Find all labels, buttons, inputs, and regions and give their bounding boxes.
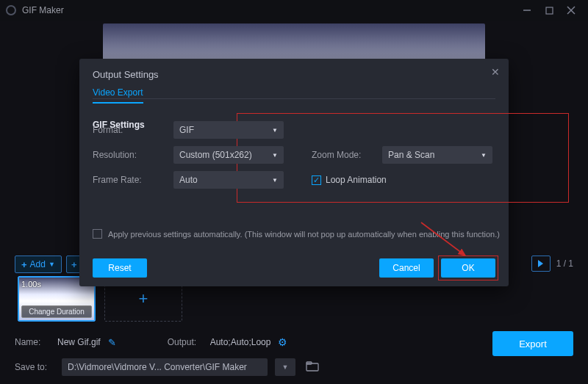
ok-button[interactable]: OK (441, 258, 495, 278)
checkbox-icon: ✓ (312, 175, 321, 185)
chevron-down-icon: ▼ (481, 152, 487, 159)
edit-name-button[interactable]: ✎ (108, 337, 116, 348)
change-duration-button[interactable]: Change Duration (21, 305, 92, 318)
dialog-close-button[interactable]: ✕ (491, 66, 500, 78)
name-value: New Gif.gif (57, 337, 101, 347)
framerate-label: Frame Rate: (93, 175, 163, 185)
save-path-input[interactable] (62, 358, 268, 376)
save-row: Save to: ▼ (15, 358, 573, 376)
name-row: Name: New Gif.gif ✎ Output: Auto;Auto;Lo… (15, 336, 573, 348)
loop-animation-checkbox[interactable]: ✓ Loop Animation (312, 175, 387, 185)
zoom-value: Pan & Scan (388, 150, 434, 160)
modal-layer: Output Settings ✕ Video Export GIF Setti… (0, 59, 588, 286)
open-folder-button[interactable] (306, 361, 319, 374)
checkbox-empty-icon (93, 229, 102, 239)
dialog-buttons: Reset Cancel OK (93, 258, 495, 278)
ok-label: OK (462, 263, 474, 273)
tab-video-export[interactable]: Video Export (93, 87, 143, 104)
export-button[interactable]: Export (492, 331, 573, 356)
svg-rect-1 (546, 7, 553, 14)
close-button[interactable] (560, 0, 582, 21)
chevron-down-icon: ▼ (272, 152, 278, 159)
output-label: Output: (168, 337, 203, 347)
divider (93, 98, 495, 99)
save-to-label: Save to: (15, 362, 54, 372)
chevron-down-icon: ▼ (272, 127, 278, 134)
reset-button[interactable]: Reset (93, 258, 147, 278)
settings-form: Format: GIF ▼ Resolution: Custom (501x26… (93, 117, 495, 192)
dialog-title: Output Settings (93, 69, 495, 80)
format-value: GIF (179, 125, 194, 135)
plus-icon: + (139, 289, 148, 308)
loop-label: Loop Animation (326, 175, 387, 185)
output-settings-dialog: Output Settings ✕ Video Export GIF Setti… (79, 59, 509, 286)
chevron-down-icon: ▼ (282, 363, 289, 371)
zoom-mode-select[interactable]: Pan & Scan ▼ (382, 146, 492, 164)
app-title: GIF Maker (22, 5, 64, 15)
framerate-select[interactable]: Auto ▼ (173, 171, 284, 189)
minimize-button[interactable] (516, 0, 538, 21)
apply-previous-row[interactable]: Apply previous settings automatically. (… (93, 229, 500, 239)
format-label: Format: (93, 125, 163, 135)
framerate-value: Auto (179, 175, 198, 185)
app-window: GIF Maker + Add ▼ + 1 / 1 1.00s Change D… (0, 0, 588, 384)
output-value: Auto;Auto;Loop (210, 337, 271, 347)
maximize-button[interactable] (538, 0, 560, 21)
output-settings-button[interactable]: ⚙ (278, 336, 287, 348)
resolution-label: Resolution: (93, 150, 163, 160)
name-label: Name: (15, 337, 50, 347)
apply-label: Apply previous settings automatically. (… (108, 230, 500, 239)
save-path-dropdown[interactable]: ▼ (275, 358, 295, 376)
zoom-label: Zoom Mode: (312, 150, 372, 160)
cancel-button[interactable]: Cancel (379, 258, 434, 278)
resolution-value: Custom (501x262) (179, 150, 252, 160)
format-select[interactable]: GIF ▼ (173, 121, 284, 139)
titlebar: GIF Maker (0, 0, 588, 21)
app-logo-icon (6, 5, 16, 15)
chevron-down-icon: ▼ (272, 177, 278, 184)
resolution-select[interactable]: Custom (501x262) ▼ (173, 146, 284, 164)
